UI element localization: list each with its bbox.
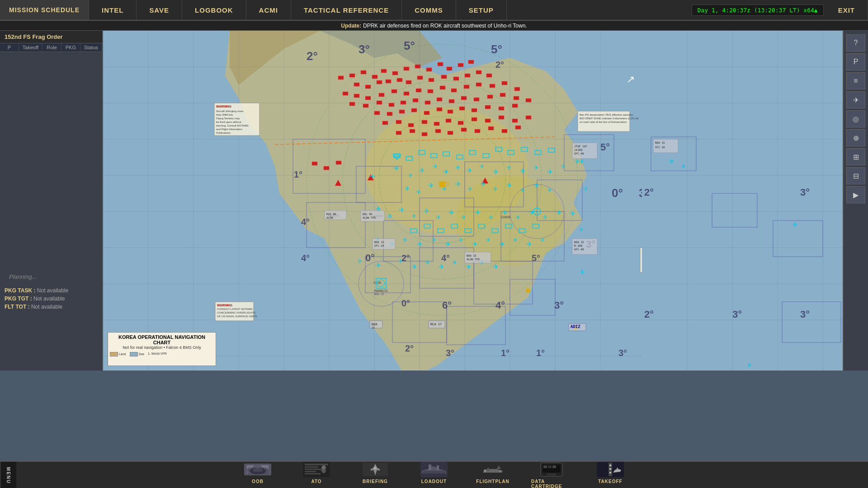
svg-text:✈: ✈	[408, 172, 413, 179]
nav-mission-schedule[interactable]: MISSION SCHEDULE	[0, 0, 89, 20]
flt-tot: FLT TOT : Not available	[5, 304, 62, 310]
nav-tactical-reference[interactable]: TACTICAL REFERENCE	[291, 0, 402, 20]
svg-rect-63	[429, 78, 434, 82]
svg-text:BUL 85: BUL 85	[363, 212, 373, 216]
svg-text:✈: ✈	[425, 259, 430, 266]
right-btn-p[interactable]: P	[846, 53, 865, 70]
svg-text:✈: ✈	[486, 236, 491, 244]
svg-point-379	[484, 469, 486, 472]
svg-text:4°: 4°	[441, 253, 450, 263]
svg-rect-81	[490, 84, 495, 88]
svg-rect-70	[354, 94, 359, 98]
svg-text:✈: ✈	[467, 185, 473, 192]
svg-text:✈: ✈	[448, 209, 454, 216]
menu-button[interactable]: MENU	[0, 462, 16, 488]
map-svg: ✈ ✈ ✈ ✈ ✈ ✈ ✈ ✈ ✈ ✈ ✈ ✈ ✈ ✈ ✈ ✈ ✈ ✈ ✈ ✈ …	[103, 31, 642, 371]
toolbar-ato[interactable]: ATO	[296, 461, 337, 488]
svg-text:✈: ✈	[433, 163, 438, 170]
svg-text:4°: 4°	[301, 217, 310, 227]
nav-comms[interactable]: COMMS	[402, 0, 456, 20]
svg-text:✈: ✈	[472, 240, 478, 248]
data-cartridge-label: DATA CARTRIDGE	[531, 479, 572, 488]
svg-rect-45	[361, 70, 366, 74]
oob-icon	[243, 461, 272, 478]
right-btn-aircraft[interactable]: ✈	[846, 91, 865, 108]
svg-text:and Flight Information: and Flight Information	[216, 128, 242, 131]
svg-text:✈: ✈	[455, 180, 461, 188]
svg-text:6°: 6°	[442, 300, 452, 311]
svg-rect-120	[499, 116, 504, 119]
map-area[interactable]: ✈ ✈ ✈ ✈ ✈ ✈ ✈ ✈ ✈ ✈ ✈ ✈ ✈ ✈ ✈ ✈ ✈ ✈ ✈ ✈ …	[103, 31, 642, 371]
svg-text:✈: ✈	[461, 214, 467, 221]
svg-text:5°: 5°	[600, 141, 610, 153]
svg-rect-49	[404, 67, 409, 70]
nav-acmi[interactable]: ACMI	[246, 0, 291, 20]
svg-rect-61	[406, 80, 411, 84]
svg-text:SUWON: SUWON	[501, 216, 510, 219]
svg-text:✈: ✈	[452, 259, 458, 266]
svg-rect-104	[437, 108, 442, 111]
briefing-label: BRIEFING	[363, 479, 388, 484]
right-btn-target[interactable]: ◎	[846, 110, 865, 127]
bottom-toolbar: MENU OOB	[0, 461, 868, 488]
nav-save[interactable]: SAVE	[137, 0, 182, 20]
right-btn-play[interactable]: ▶	[846, 186, 865, 203]
svg-text:Ban PD desannation 7821 effect: Ban PD desannation 7821 effective sancti…	[580, 113, 633, 116]
svg-text:OSAN: OSAN	[373, 281, 381, 285]
takeoff-icon	[596, 461, 625, 478]
svg-text:✈: ✈	[526, 240, 532, 248]
svg-rect-123	[396, 131, 401, 135]
svg-rect-86	[377, 101, 382, 104]
nav-intel[interactable]: INTEL	[89, 0, 137, 20]
toolbar-oob[interactable]: OOB	[237, 461, 278, 488]
svg-rect-69	[343, 92, 348, 95]
svg-text:✈: ✈	[357, 258, 363, 265]
svg-rect-74	[404, 92, 409, 95]
svg-text:✈: ✈	[520, 187, 525, 194]
nav-setup[interactable]: SETUP	[456, 0, 507, 20]
svg-text:2°: 2°	[644, 187, 654, 198]
svg-text:NOA 15: NOA 15	[655, 141, 665, 144]
svg-point-380	[499, 470, 501, 472]
svg-text:0°: 0°	[401, 298, 410, 308]
toolbar-loadout[interactable]: LOADOUT	[414, 461, 454, 488]
map-right-extension: 2° 2° 3° 3° 3° NOA 15 SFC-10 ✈ ✈ ✈ ✈	[642, 31, 843, 371]
svg-point-372	[321, 465, 326, 470]
right-btn-minus[interactable]: ⊟	[846, 167, 865, 184]
nav-exit[interactable]: EXIT	[826, 0, 868, 20]
nav-logbook[interactable]: LOGBOOK	[182, 0, 246, 20]
svg-rect-64	[441, 75, 447, 79]
svg-rect-57	[365, 85, 371, 89]
svg-text:NOG-15: NOG-15	[374, 292, 384, 296]
svg-rect-125	[422, 132, 427, 136]
toolbar-takeoff[interactable]: TAKEOFF	[590, 461, 631, 488]
svg-text:SFC-10: SFC-10	[374, 244, 384, 247]
right-btn-add[interactable]: ⊕	[846, 129, 865, 146]
svg-text:✈: ✈	[445, 240, 451, 248]
svg-rect-130	[488, 127, 494, 130]
svg-text:15: 15	[372, 326, 375, 329]
right-btn-grid[interactable]: ⊞	[846, 148, 865, 165]
svg-text:3°: 3°	[446, 348, 454, 358]
toolbar-flightplan[interactable]: FLIGHTPLAN	[472, 461, 513, 488]
svg-rect-48	[392, 71, 398, 75]
legend-subtitle: Not for real navigation • Falcon 4 BMS O…	[110, 345, 214, 350]
svg-text:✈: ✈	[579, 226, 584, 233]
svg-rect-376	[429, 465, 431, 470]
svg-rect-55	[468, 60, 474, 64]
toolbar-briefing[interactable]: BRIEFING	[355, 461, 396, 488]
right-btn-menu[interactable]: ≡	[846, 72, 865, 89]
svg-text:OF US NAVAL SURFACE UNITS: OF US NAVAL SURFACE UNITS	[217, 315, 257, 318]
svg-text:✈: ✈	[499, 240, 505, 248]
toolbar-data-cartridge[interactable]: DATA CARTRIDGE	[531, 461, 572, 488]
svg-rect-92	[449, 99, 454, 103]
legend-title: KOREA OPERATIONAL NAVIGATION CHART	[110, 334, 214, 345]
svg-text:5°: 5°	[491, 42, 502, 56]
svg-rect-107	[472, 108, 477, 112]
svg-rect-54	[458, 63, 463, 67]
svg-rect-98	[526, 99, 531, 102]
svg-text:5°: 5°	[404, 39, 415, 52]
col-role: Role	[42, 43, 61, 52]
right-btn-question[interactable]: ?	[846, 34, 865, 52]
svg-text:0°: 0°	[365, 252, 375, 263]
